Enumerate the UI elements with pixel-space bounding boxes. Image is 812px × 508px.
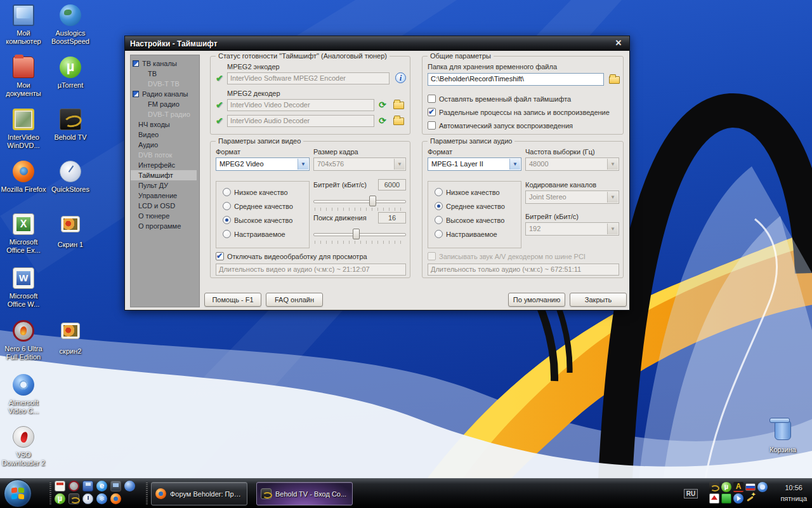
pci-audio-checkbox [428,252,436,260]
desktop-icon-screen2[interactable]: скрин2 [48,319,93,356]
autostart-checkbox[interactable] [428,121,436,130]
desktop-icon-nero[interactable]: Nero 6 Ultra Full Edition [1,319,46,361]
timeshift-folder-input[interactable]: C:\Beholder\Record\Timeshift\ [428,73,604,86]
green-status-icon[interactable] [721,493,731,504]
separate-processes-checkbox[interactable] [428,108,436,116]
language-indicator[interactable]: RU [684,489,698,498]
tree-item-fm-radio[interactable]: FM радио [131,99,199,109]
tree-item-control[interactable]: Управление [131,190,199,201]
desktop-icon-behold-tv[interactable]: Behold TV [48,108,93,142]
rescan-icon[interactable]: ⟳ [379,100,386,109]
calendar-icon[interactable] [55,481,65,491]
desktop-icon-word[interactable]: Microsoft Office W... [1,267,46,309]
folder-label: Папка для хранения временного файла [428,63,557,70]
video-quality-high-radio[interactable] [223,216,231,224]
folder-icon[interactable] [393,117,404,125]
tree-item-audio[interactable]: Аудио [131,140,199,150]
desktop-icon-utorrent[interactable]: µ µTorrent [48,56,93,90]
updown-arrows-icon[interactable] [709,493,719,504]
slider-thumb[interactable] [369,196,376,206]
tree-item-about-program[interactable]: О программе [131,221,199,231]
default-button[interactable]: По умолчанию [508,293,565,307]
taskband-grip[interactable] [146,483,148,504]
show-desktop-icon[interactable] [110,481,121,491]
desktop-icon-my-computer[interactable]: Мой компьютер [1,4,46,46]
tree-item-interface[interactable]: Интерфейс [131,160,199,170]
motion-search-slider[interactable] [313,228,406,239]
video-format-dropdown[interactable]: MPEG2 Video [216,157,310,171]
dialog-titlebar[interactable]: Настройки - Таймшифт ✕ [125,36,629,51]
desktop-icon-windvd[interactable]: InterVideo WinDVD... [1,108,46,150]
tree-item-radio-channels[interactable]: Радио каналы [131,89,199,99]
clock-tool-icon[interactable] [82,493,93,504]
faq-button[interactable]: FAQ онлайн [266,293,323,307]
firefox-icon[interactable] [110,493,121,504]
desktop-icon-aimersoft[interactable]: Aimersoft Video C... [1,373,46,415]
audio-quality-box: Низкое качество Среднее качество Высокое… [428,181,521,248]
desktop-icon-auslogics[interactable]: Auslogics BoostSpeed [48,4,93,46]
firefox-icon [13,161,34,182]
tree-item-tv-channels[interactable]: ТВ каналы [131,58,199,69]
quick-launch-grip[interactable] [49,483,51,504]
audio-quality-low-radio[interactable] [435,188,443,196]
audio-quality-custom-radio[interactable] [435,230,443,238]
behold-tv-tray-icon[interactable] [709,482,719,492]
tree-item-lcd-osd[interactable]: LCD и OSD [131,201,199,211]
network-icon[interactable] [124,481,135,491]
audio-format-dropdown[interactable]: MPEG-1 Layer II [428,157,521,171]
task-button-forum[interactable]: Форум Beholder: Про... [151,482,247,505]
punto-switcher-icon[interactable]: A [733,482,743,492]
close-button[interactable]: Закрыть [570,293,627,307]
video-quality-medium-radio[interactable] [223,202,231,210]
utorrent-icon[interactable]: µ [55,493,65,504]
tree-item-timeshift[interactable]: Таймшифт [131,170,197,180]
folder-icon[interactable] [393,102,404,109]
desktop-icon-excel[interactable]: Microsoft Office Ex... [1,213,46,255]
taskbar-clock[interactable]: 10:56 пятница [780,483,807,504]
browse-folder-icon[interactable] [609,76,620,84]
video-quality-custom-radio[interactable] [223,230,231,238]
wand-icon[interactable] [745,493,756,504]
task-button-behold-tv[interactable]: Behold TV - Вход Со... [256,482,353,505]
lock-tray-icon[interactable] [757,482,768,492]
desktop-icon-quickstores[interactable]: QuickStores [48,160,93,194]
desktop-icon-vso[interactable]: VSO Downloader 2 [1,425,46,467]
help-button[interactable]: Помощь - F1 [204,293,261,307]
audio-quality-medium-radio[interactable] [435,202,443,210]
tree-item-remote[interactable]: Пульт ДУ [131,180,199,190]
desktop-icon-recycle-bin[interactable]: Корзина [760,419,806,454]
nero-icon[interactable] [69,481,79,491]
tree-item-video[interactable]: Видео [131,130,199,140]
rescan-icon[interactable]: ⟳ [379,116,386,125]
encoder-label: MPEG2 энкодер [227,63,280,70]
disable-processing-checkbox[interactable] [216,252,224,260]
player-tray-icon[interactable] [733,493,743,504]
desktop-icon-firefox[interactable]: Mozilla Firefox [1,160,46,194]
info-icon[interactable]: i [395,72,406,83]
utorrent-tray-icon[interactable]: µ [721,482,731,492]
close-icon[interactable]: ✕ [612,38,625,49]
tree-checkbox-icon[interactable] [133,91,139,97]
internet-explorer-icon[interactable]: e [96,481,107,491]
tree-item-lf-inputs[interactable]: НЧ входы [131,119,199,130]
video-bitrate-slider[interactable] [313,195,406,206]
settings-dialog: Настройки - Таймшифт ✕ ТВ каналы ТВ DVB-… [124,36,630,311]
video-quality-low-radio[interactable] [223,188,231,196]
audio-quality-high-radio[interactable] [435,216,443,224]
start-button[interactable] [4,479,32,507]
desktop-icon-screen1[interactable]: Скрин 1 [48,213,93,249]
tree-item-about-tuner[interactable]: О тюнере [131,211,199,221]
russian-flag-icon[interactable] [745,483,756,491]
save-icon[interactable] [82,481,93,491]
clock-day: пятница [780,493,807,504]
keep-temp-checkbox[interactable] [428,95,436,103]
tree-item-tv[interactable]: ТВ [131,69,199,79]
tree-checkbox-icon[interactable] [133,60,139,67]
behold-tv-icon[interactable] [69,493,79,504]
snowflake-icon[interactable]: ❄ [96,493,107,504]
encoder-field: InterVideo Software MPEG2 Encoder [227,72,390,84]
sample-rate-dropdown: 48000 [525,157,619,171]
taskbar: e µ ❄ Форум Beholder: Про... Behold TV -… [0,478,812,508]
slider-thumb[interactable] [353,229,360,239]
desktop-icon-my-documents[interactable]: Мои документы [1,56,46,98]
